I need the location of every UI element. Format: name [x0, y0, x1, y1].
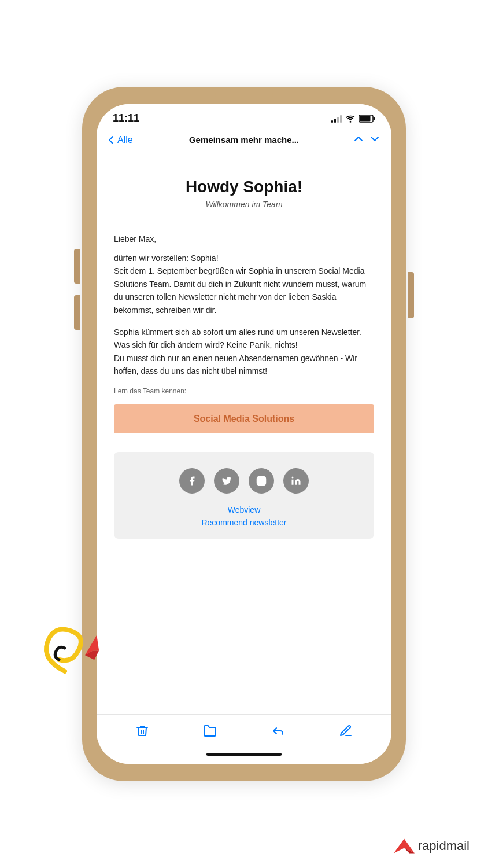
svg-point-5 [292, 476, 294, 478]
email-body: Howdy Sophia! – Willkommen im Team – Lie… [97, 152, 391, 555]
delete-button[interactable] [128, 722, 156, 744]
back-label: Alle [117, 135, 133, 145]
email-footer: Webview Recommend newsletter [114, 452, 374, 539]
learn-team-label: Lern das Team kennen: [114, 387, 374, 395]
instagram-button[interactable] [249, 468, 274, 494]
webview-link[interactable]: Webview [125, 505, 363, 514]
svg-rect-2 [360, 116, 371, 121]
rapidmail-logo: rapidmail [394, 838, 469, 854]
next-message-button[interactable] [369, 134, 380, 146]
nav-title: Gemeinsam mehr mache... [143, 135, 345, 145]
status-icons [331, 115, 375, 123]
footer-links: Webview Recommend newsletter [125, 505, 363, 527]
home-indicator [97, 748, 391, 764]
bottom-toolbar [97, 714, 391, 748]
linkedin-button[interactable] [283, 468, 309, 494]
notch [215, 93, 273, 97]
email-text-section: Lieber Max, dürfen wir vorstellen: Sophi… [114, 220, 374, 452]
twitter-button[interactable] [214, 468, 239, 494]
phone-screen: 11:11 [97, 104, 391, 764]
signal-icon [331, 115, 342, 123]
battery-icon [359, 115, 375, 123]
wifi-icon [345, 115, 356, 123]
email-paragraph-1: dürfen wir vorstellen: Sophia!Seit dem 1… [114, 252, 374, 317]
phone-frame: 11:11 [82, 87, 406, 781]
svg-rect-1 [374, 117, 375, 120]
email-greeting: Howdy Sophia! [114, 178, 374, 196]
reply-button[interactable] [264, 722, 292, 744]
status-time: 11:11 [113, 112, 139, 124]
rapidmail-arrow-icon [394, 838, 415, 854]
svg-marker-8 [394, 838, 415, 853]
rapidmail-text: rapidmail [418, 838, 469, 854]
archive-button[interactable] [196, 722, 224, 744]
cta-button[interactable]: Social Media Solutions [114, 404, 374, 433]
email-scroll[interactable]: Howdy Sophia! – Willkommen im Team – Lie… [97, 152, 391, 714]
back-button[interactable]: Alle [108, 135, 143, 145]
nav-arrows [345, 134, 380, 146]
email-subtitle: – Willkommen im Team – [114, 200, 374, 209]
social-icons [125, 468, 363, 494]
email-salutation: Lieber Max, [114, 234, 374, 244]
status-bar: 11:11 [97, 104, 391, 129]
facebook-button[interactable] [179, 468, 205, 494]
nav-bar: Alle Gemeinsam mehr mache... [97, 129, 391, 152]
compose-button[interactable] [332, 722, 360, 744]
home-bar [206, 753, 282, 756]
email-header: Howdy Sophia! – Willkommen im Team – [114, 164, 374, 220]
recommend-link[interactable]: Recommend newsletter [125, 518, 363, 527]
email-paragraph-2: Sophia kümmert sich ab sofort um alles r… [114, 326, 374, 378]
prev-message-button[interactable] [353, 134, 364, 146]
